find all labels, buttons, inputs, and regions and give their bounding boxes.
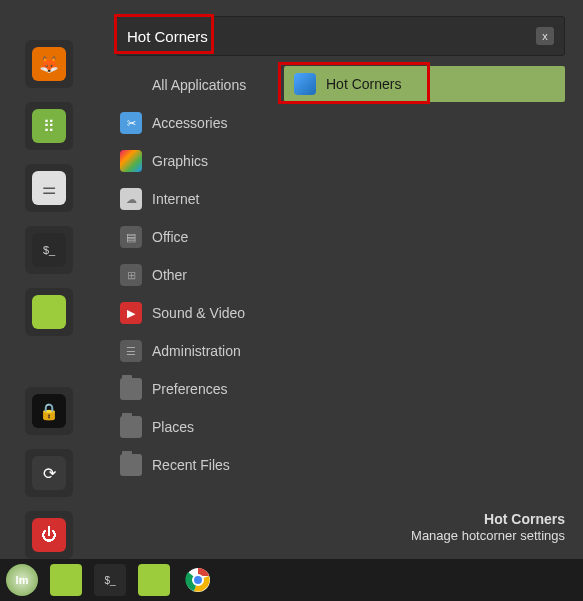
menu-body: All Applications ✂ Accessories Graphics … — [116, 66, 565, 498]
category-label: Accessories — [152, 115, 227, 131]
logout-icon: ⟳ — [32, 456, 66, 490]
category-graphics[interactable]: Graphics — [116, 142, 274, 180]
taskbar-panel: lm $_ — [0, 559, 583, 601]
search-input[interactable] — [127, 28, 536, 45]
category-label: Administration — [152, 343, 241, 359]
category-label: Office — [152, 229, 188, 245]
category-other[interactable]: ⊞ Other — [116, 256, 274, 294]
all-apps-icon — [120, 74, 142, 96]
menu-main: x All Applications ✂ Accessories Graphic… — [98, 0, 583, 559]
hot-corners-icon — [294, 73, 316, 95]
category-accessories[interactable]: ✂ Accessories — [116, 104, 274, 142]
category-all-applications[interactable]: All Applications — [116, 66, 274, 104]
clear-search-button[interactable]: x — [536, 27, 554, 45]
category-recent-files[interactable]: Recent Files — [116, 446, 274, 484]
category-administration[interactable]: ☰ Administration — [116, 332, 274, 370]
panel-files-2[interactable] — [138, 564, 170, 596]
mint-menu-button[interactable]: lm — [6, 564, 38, 596]
result-hot-corners[interactable]: Hot Corners — [284, 66, 565, 102]
category-label: Sound & Video — [152, 305, 245, 321]
category-label: Internet — [152, 191, 199, 207]
fav-files[interactable] — [25, 288, 73, 336]
lock-button[interactable]: 🔒 — [25, 387, 73, 435]
category-sound-video[interactable]: ▶ Sound & Video — [116, 294, 274, 332]
other-icon: ⊞ — [120, 264, 142, 286]
places-icon — [120, 416, 142, 438]
lock-icon: 🔒 — [32, 394, 66, 428]
category-preferences[interactable]: Preferences — [116, 370, 274, 408]
category-label: Preferences — [152, 381, 227, 397]
internet-icon: ☁ — [120, 188, 142, 210]
description-area: Hot Corners Manage hotcorner settings — [116, 510, 565, 551]
panel-terminal[interactable]: $_ — [94, 564, 126, 596]
sound-video-icon: ▶ — [120, 302, 142, 324]
category-list: All Applications ✂ Accessories Graphics … — [116, 66, 274, 498]
preferences-icon — [120, 378, 142, 400]
fav-firefox[interactable]: 🦊 — [25, 40, 73, 88]
recent-files-icon — [120, 454, 142, 476]
category-internet[interactable]: ☁ Internet — [116, 180, 274, 218]
power-icon: ⏻ — [32, 518, 66, 552]
chrome-icon — [185, 567, 211, 593]
switch-icon: ⚌ — [32, 171, 66, 205]
accessories-icon: ✂ — [120, 112, 142, 134]
graphics-icon — [120, 150, 142, 172]
files-icon — [32, 295, 66, 329]
office-icon: ▤ — [120, 226, 142, 248]
favorites-column: 🦊 ⠿ ⚌ $_ 🔒 ⟳ ⏻ — [0, 0, 98, 559]
category-office[interactable]: ▤ Office — [116, 218, 274, 256]
fav-apps[interactable]: ⠿ — [25, 102, 73, 150]
app-menu: 🦊 ⠿ ⚌ $_ 🔒 ⟳ ⏻ x All Applications ✂ Acce… — [0, 0, 583, 559]
description-subtitle: Manage hotcorner settings — [116, 528, 565, 545]
category-label: Recent Files — [152, 457, 230, 473]
power-button[interactable]: ⏻ — [25, 511, 73, 559]
fav-settings[interactable]: ⚌ — [25, 164, 73, 212]
panel-files[interactable] — [50, 564, 82, 596]
apps-grid-icon: ⠿ — [32, 109, 66, 143]
category-label: All Applications — [152, 77, 246, 93]
category-label: Graphics — [152, 153, 208, 169]
fav-terminal[interactable]: $_ — [25, 226, 73, 274]
firefox-icon: 🦊 — [32, 47, 66, 81]
category-places[interactable]: Places — [116, 408, 274, 446]
category-label: Other — [152, 267, 187, 283]
terminal-icon: $_ — [32, 233, 66, 267]
administration-icon: ☰ — [120, 340, 142, 362]
results-list: Hot Corners — [274, 66, 565, 498]
category-label: Places — [152, 419, 194, 435]
description-title: Hot Corners — [116, 510, 565, 528]
panel-chrome[interactable] — [182, 564, 214, 596]
result-label: Hot Corners — [326, 76, 401, 92]
search-bar[interactable]: x — [116, 16, 565, 56]
logout-button[interactable]: ⟳ — [25, 449, 73, 497]
